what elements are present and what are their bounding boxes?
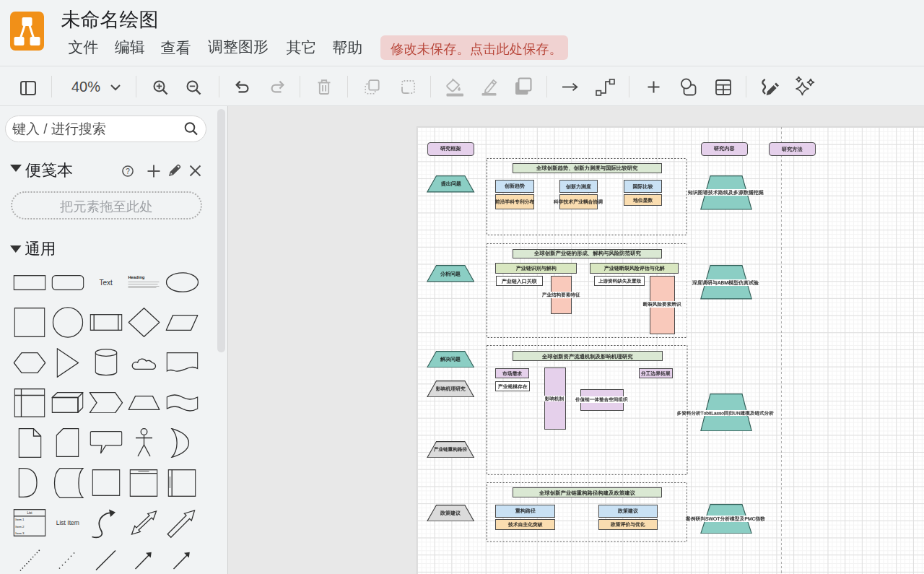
svg-text:Item 3: Item 3 bbox=[15, 531, 25, 535]
svg-text:List: List bbox=[27, 511, 32, 515]
svg-text:Item 1: Item 1 bbox=[15, 518, 25, 521]
svg-text:Item 2: Item 2 bbox=[15, 525, 25, 529]
svg-text:?: ? bbox=[126, 167, 130, 175]
